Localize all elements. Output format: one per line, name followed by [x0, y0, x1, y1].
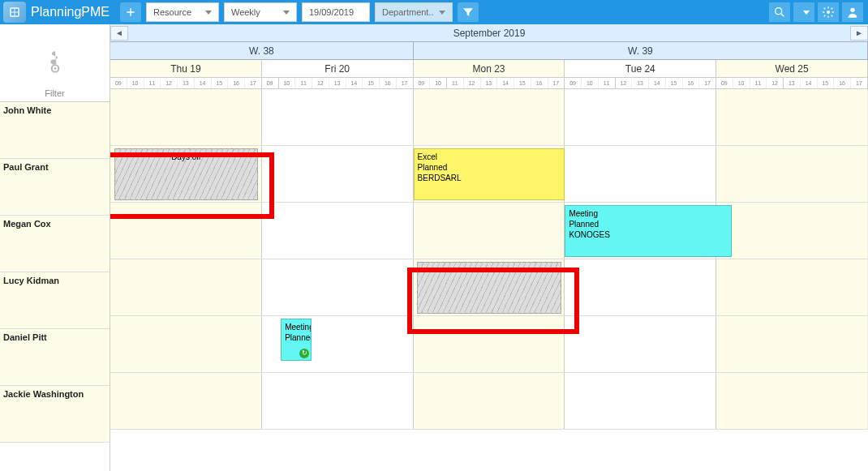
event-days-off[interactable]: Days off: [114, 148, 258, 200]
svg-rect-3: [11, 13, 14, 15]
department-dropdown[interactable]: Department..: [375, 2, 453, 22]
week-header: W. 39: [414, 42, 868, 59]
hour-header: 16: [228, 78, 245, 88]
hour-header: 16: [531, 78, 548, 88]
resource-row[interactable]: Lucy Kidman: [0, 272, 110, 329]
hour-header: 15: [666, 78, 683, 88]
day-header: Wed 25: [716, 60, 868, 77]
schedule-grid: ◄ September 2019 ► W. 38 W. 39 Thu 19Fri…: [110, 24, 868, 471]
svg-rect-1: [11, 9, 14, 11]
date-input-value: 19/09/2019: [309, 7, 354, 17]
hour-header: 12: [464, 78, 481, 88]
hour-header: 09: [110, 78, 127, 88]
event-label: Days off: [171, 152, 201, 161]
resource-row[interactable]: Paul Grant: [0, 159, 110, 216]
recurrence-icon: ↻: [299, 349, 309, 358]
menu-dropdown-button[interactable]: [793, 2, 814, 22]
svg-rect-0: [10, 7, 19, 17]
hour-header: 09: [716, 78, 733, 88]
grid-row[interactable]: [110, 373, 868, 430]
view-dropdown[interactable]: Weekly: [224, 2, 297, 22]
hour-header: 13: [329, 78, 346, 88]
hour-header: 17: [397, 78, 414, 88]
hour-header: 14: [346, 78, 363, 88]
hour-header: 09: [414, 78, 431, 88]
filter-logo-icon: [41, 48, 69, 82]
day-header: Thu 19: [110, 60, 262, 77]
chevron-down-icon: [205, 11, 212, 15]
svg-point-7: [850, 8, 854, 12]
hour-header: 15: [514, 78, 531, 88]
day-header: Tue 24: [565, 60, 716, 77]
hour-header: 17: [699, 78, 716, 88]
hour-header: 12: [161, 78, 178, 88]
day-header: Fri 20: [262, 60, 414, 77]
filter-panel[interactable]: Filter: [0, 24, 110, 102]
hour-header: 13: [481, 78, 498, 88]
hour-header: 09: [565, 78, 582, 88]
hour-header: 14: [649, 78, 666, 88]
hour-header: 13: [178, 78, 195, 88]
filter-button[interactable]: [458, 2, 479, 22]
hour-header: 09: [262, 78, 279, 88]
event-line: Planned: [569, 219, 727, 229]
hour-header: 16: [834, 78, 851, 88]
resource-dropdown[interactable]: Resource: [146, 2, 219, 22]
resource-row[interactable]: Jackie Washington: [0, 386, 110, 443]
top-toolbar: PlanningPME Resource Weekly 19/09/2019 D…: [0, 0, 868, 24]
app-brand: PlanningPME: [31, 5, 110, 19]
hour-header: 13: [632, 78, 649, 88]
event-line: Planned: [418, 162, 561, 173]
prev-button[interactable]: ◄: [110, 26, 128, 41]
department-dropdown-label: Department..: [382, 7, 434, 17]
hour-header: 15: [212, 78, 229, 88]
chevron-down-icon: [803, 11, 810, 15]
hour-header: 17: [548, 78, 565, 88]
next-button[interactable]: ►: [850, 26, 868, 41]
svg-rect-2: [15, 9, 18, 11]
hour-header: 16: [380, 78, 397, 88]
resource-row[interactable]: Daniel Pitt: [0, 329, 110, 386]
hour-header: 12: [767, 78, 784, 88]
event-unavailable[interactable]: [417, 262, 561, 314]
hour-header: 10: [582, 78, 599, 88]
add-button[interactable]: [120, 2, 141, 22]
event-meeting[interactable]: Meeting Planned ↻: [281, 319, 312, 361]
hour-header: 10: [430, 78, 447, 88]
hour-header: 11: [295, 78, 312, 88]
date-input[interactable]: 19/09/2019: [302, 2, 370, 22]
sidebar: Filter John White Paul Grant Megan Cox L…: [0, 24, 110, 471]
hour-header: 14: [801, 78, 818, 88]
event-excel[interactable]: Excel Planned BERDSARL: [414, 148, 565, 200]
grid-row[interactable]: Days off Excel Planned BERDSARL: [110, 146, 868, 203]
grid-row[interactable]: Meeting Planned ↻: [110, 316, 868, 373]
event-meeting-konoges[interactable]: Meeting Planned KONOGES: [565, 205, 731, 257]
grid-row[interactable]: [110, 89, 868, 146]
event-line: Meeting: [285, 322, 307, 332]
hour-header: 11: [447, 78, 464, 88]
grid-row[interactable]: Meeting Planned KONOGES: [110, 203, 868, 259]
hour-header: 11: [599, 78, 616, 88]
user-button[interactable]: [842, 2, 863, 22]
resource-row[interactable]: Megan Cox: [0, 216, 110, 272]
week-header: W. 38: [110, 42, 414, 59]
event-line: Excel: [418, 152, 561, 162]
hour-header: 11: [144, 78, 161, 88]
svg-point-5: [776, 8, 782, 15]
settings-button[interactable]: [818, 2, 839, 22]
search-button[interactable]: [769, 2, 790, 22]
chevron-down-icon: [283, 11, 290, 15]
svg-point-6: [827, 11, 830, 14]
chevron-down-icon: [439, 11, 445, 15]
resource-row[interactable]: John White: [0, 102, 110, 159]
grid-row[interactable]: [110, 259, 868, 316]
month-label: September 2019: [128, 28, 850, 39]
app-logo-icon: [3, 2, 26, 23]
hour-header: 11: [750, 78, 767, 88]
hour-header: 10: [279, 78, 296, 88]
hour-header: 15: [818, 78, 835, 88]
hour-header: 10: [733, 78, 750, 88]
event-line: KONOGES: [569, 229, 727, 240]
view-dropdown-label: Weekly: [231, 7, 260, 17]
svg-rect-4: [15, 13, 18, 15]
